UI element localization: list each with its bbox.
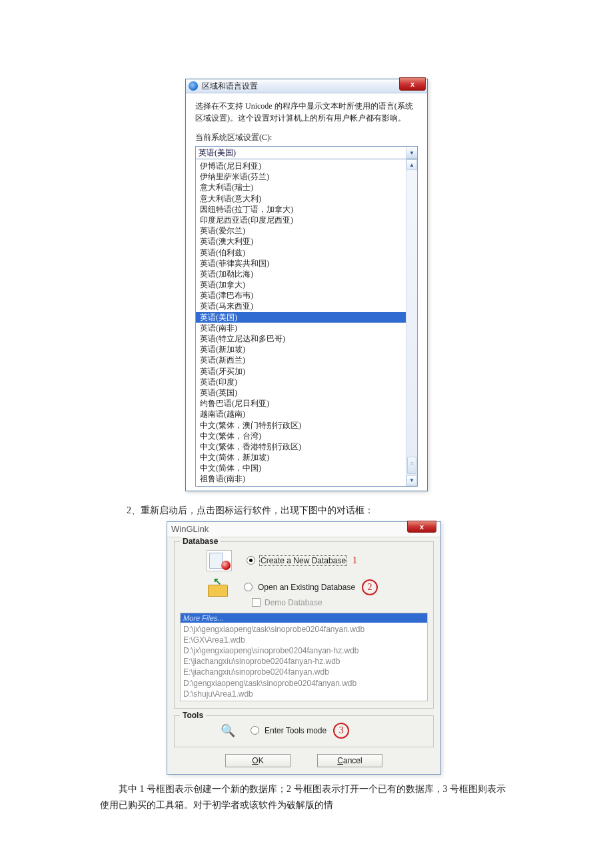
- database-legend: Database: [180, 537, 221, 546]
- scroll-up-icon[interactable]: ▲: [406, 159, 417, 170]
- radio-icon: [247, 556, 255, 565]
- locale-option[interactable]: 意大利语(意大利): [196, 193, 406, 204]
- ok-button[interactable]: OK: [225, 754, 291, 767]
- open-db-label: Open an Existing Database: [257, 582, 356, 593]
- locale-option[interactable]: 英语(加勒比海): [196, 269, 406, 279]
- create-db-radio[interactable]: Create a New Database: [247, 555, 347, 566]
- locale-option[interactable]: 英语(南非): [196, 323, 406, 333]
- region-language-dialog: 区域和语言设置 x 选择在不支持 Unicode 的程序中显示文本时所使用的语言…: [185, 79, 428, 491]
- winglink-dialog: WinGLink x Database Create a New Databas…: [167, 521, 441, 775]
- recent-files-box: More Files... D:\jx\gengxiaopeng\task\si…: [180, 613, 428, 701]
- locale-option[interactable]: 因纽特语(拉丁语，加拿大): [196, 204, 406, 215]
- recent-file-item[interactable]: E:\jiachangxiu\sinoprobe0204fanyan.wdb: [183, 667, 424, 677]
- globe-icon: [189, 81, 198, 91]
- locale-option[interactable]: 英语(澳大利亚): [196, 236, 406, 247]
- dialog-body: 选择在不支持 Unicode 的程序中显示文本时所使用的语言(系统区域设置)。这…: [186, 93, 427, 491]
- dialog-title: 区域和语言设置: [202, 81, 258, 92]
- tools-radio[interactable]: Enter Tools mode: [251, 725, 328, 736]
- locale-option[interactable]: 中文(繁体，香港特别行政区): [196, 441, 406, 452]
- callout-3: 3: [333, 723, 349, 739]
- open-db-icon: [207, 578, 229, 597]
- explanation-paragraph: 其中 1 号框图表示创建一个新的数据库；2 号框图表示打开一个已有的数据库，3 …: [100, 781, 513, 813]
- recent-file-item[interactable]: D:\jx\gengxiaopeng\task\sinoprobe0204fan…: [183, 624, 424, 635]
- close-button[interactable]: x: [399, 77, 426, 91]
- winglink-body: Database Create a New Database 1 Open an…: [167, 537, 440, 774]
- radio-icon: [251, 726, 259, 735]
- locale-selected: 英语(美国): [199, 147, 236, 159]
- instruction-step-2: 2、重新启动后，点击图标运行软件，出现下图中的对话框：: [127, 503, 500, 517]
- locale-option[interactable]: 英语(津巴布韦): [196, 290, 406, 301]
- locale-option[interactable]: 英语(印度): [196, 377, 406, 387]
- tools-legend: Tools: [180, 711, 206, 720]
- scroll-thumb[interactable]: [407, 457, 416, 474]
- locale-option[interactable]: 越南语(越南): [196, 409, 406, 419]
- locale-option[interactable]: 英语(加拿大): [196, 279, 406, 290]
- radio-icon: [244, 583, 253, 591]
- recent-files-header[interactable]: More Files...: [181, 613, 427, 623]
- locale-option[interactable]: 中文(简体，新加坡): [196, 452, 406, 463]
- locale-option[interactable]: 英语(菲律宾共和国): [196, 258, 406, 269]
- recent-file-item[interactable]: E:\jiachangxiu\sinoprobe0204fanyan-hz.wd…: [183, 656, 424, 667]
- tools-label: Enter Tools mode: [263, 725, 328, 736]
- locale-option[interactable]: 英语(特立尼达和多巴哥): [196, 333, 406, 344]
- locale-option[interactable]: 英语(爱尔兰): [196, 225, 406, 236]
- locale-option[interactable]: 英语(马来西亚): [196, 301, 406, 311]
- dialog-description: 选择在不支持 Unicode 的程序中显示文本时所使用的语言(系统区域设置)。这…: [195, 100, 418, 124]
- locale-option-list[interactable]: 伊博语(尼日利亚)伊纳里萨米语(芬兰)意大利语(瑞士)意大利语(意大利)因纽特语…: [196, 159, 406, 486]
- locale-label: 当前系统区域设置(C):: [195, 132, 418, 143]
- tools-group: Tools 🔍 Enter Tools mode 3: [174, 715, 434, 747]
- dropdown-scrollbar[interactable]: ▲ ▼: [406, 159, 417, 486]
- scroll-down-icon[interactable]: ▼: [406, 475, 417, 486]
- dialog-button-row: OK Cancel: [174, 754, 434, 767]
- locale-option[interactable]: 英语(英国): [196, 387, 406, 398]
- demo-checkbox[interactable]: [252, 598, 261, 607]
- demo-db-row: Demo Database: [252, 598, 428, 607]
- magnifier-icon: 🔍: [220, 723, 236, 739]
- winglink-title: WinGLink: [171, 524, 209, 534]
- locale-option[interactable]: 约鲁巴语(尼日利亚): [196, 398, 406, 409]
- recent-file-item[interactable]: D:\jx\gengxiaopeng\sinoprobe0204fanyan-h…: [183, 645, 424, 656]
- callout-1: 1: [352, 555, 357, 566]
- open-db-radio[interactable]: Open an Existing Database: [244, 582, 356, 593]
- create-db-row: Create a New Database 1: [207, 550, 428, 571]
- cancel-button[interactable]: Cancel: [317, 754, 382, 767]
- close-button[interactable]: x: [407, 521, 436, 533]
- tools-row: 🔍 Enter Tools mode 3: [220, 723, 428, 739]
- locale-dropdown: 伊博语(尼日利亚)伊纳里萨米语(芬兰)意大利语(瑞士)意大利语(意大利)因纽特语…: [195, 159, 418, 487]
- locale-option[interactable]: 中文(繁体，澳门特别行政区): [196, 420, 406, 431]
- callout-2: 2: [362, 579, 378, 595]
- recent-files-list[interactable]: D:\jx\gengxiaopeng\task\sinoprobe0204fan…: [181, 623, 427, 701]
- page: 区域和语言设置 x 选择在不支持 Unicode 的程序中显示文本时所使用的语言…: [0, 0, 613, 868]
- locale-option[interactable]: 英语(伯利兹): [196, 247, 406, 258]
- demo-label: Demo Database: [265, 598, 322, 607]
- locale-option[interactable]: 英语(新西兰): [196, 355, 406, 365]
- locale-option[interactable]: 伊博语(尼日利亚): [196, 161, 406, 171]
- winglink-titlebar: WinGLink x: [167, 522, 440, 537]
- locale-option[interactable]: 祖鲁语(南非): [196, 473, 406, 484]
- recent-file-item[interactable]: D:\gengxiaopeng\task\sinoprobe0204fanyan…: [183, 678, 424, 689]
- open-db-row: Open an Existing Database 2: [207, 578, 428, 597]
- database-group: Database Create a New Database 1 Open an…: [174, 541, 434, 709]
- new-db-icon: [207, 550, 232, 571]
- locale-option[interactable]: 印度尼西亚语(印度尼西亚): [196, 215, 406, 225]
- locale-option[interactable]: 伊纳里萨米语(芬兰): [196, 171, 406, 182]
- locale-combobox[interactable]: 英语(美国) ▼: [195, 146, 418, 159]
- locale-option[interactable]: 中文(繁体，台湾): [196, 431, 406, 441]
- locale-option[interactable]: 英语(美国): [196, 312, 406, 323]
- dialog-titlebar: 区域和语言设置 x: [186, 79, 427, 93]
- locale-option[interactable]: 英语(牙买加): [196, 366, 406, 377]
- recent-file-item[interactable]: E:\GX\Area1.wdb: [183, 635, 424, 645]
- locale-option[interactable]: 中文(简体，中国): [196, 463, 406, 473]
- create-db-label: Create a New Database: [259, 555, 347, 566]
- recent-file-item[interactable]: D:\shuju\Area1.wdb: [183, 689, 424, 699]
- locale-option[interactable]: 英语(新加坡): [196, 344, 406, 355]
- locale-option[interactable]: 意大利语(瑞士): [196, 182, 406, 193]
- chevron-down-icon[interactable]: ▼: [406, 147, 417, 159]
